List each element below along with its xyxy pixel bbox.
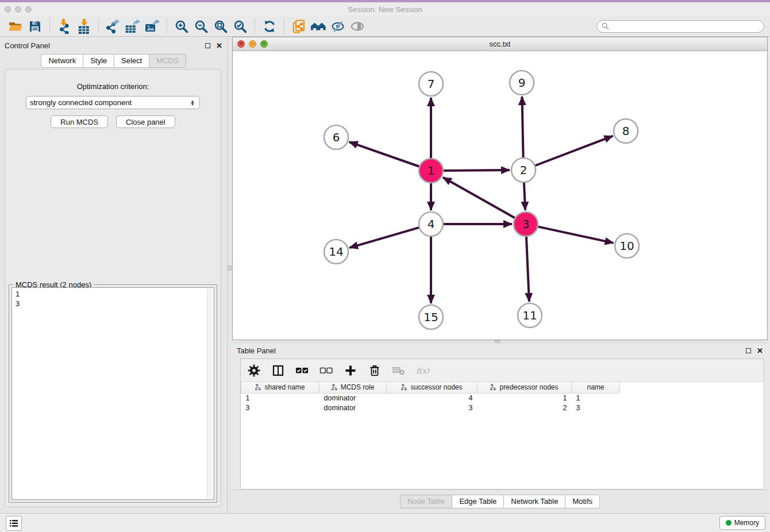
- gear-button[interactable]: [247, 363, 261, 378]
- table-float-icon[interactable]: [746, 348, 751, 353]
- network-canvas[interactable]: 7 9 6 8 1 2 4 3 14 10 15 11: [233, 51, 767, 340]
- control-panel-title: Control Panel: [5, 41, 205, 50]
- edge-1-2[interactable]: [443, 170, 510, 171]
- cell-predecessor-nodes[interactable]: 2: [478, 403, 572, 413]
- edge-4-14[interactable]: [349, 228, 419, 248]
- clone-network-button[interactable]: [289, 18, 309, 35]
- result-scrollbar[interactable]: [207, 288, 213, 499]
- export-network-button[interactable]: [103, 18, 123, 35]
- trash-button[interactable]: [367, 363, 382, 378]
- export-image-icon: [144, 19, 160, 34]
- columns-button[interactable]: [271, 363, 286, 378]
- search-input[interactable]: [612, 22, 759, 30]
- edge-2-8[interactable]: [535, 136, 613, 166]
- edge-1-6[interactable]: [349, 142, 420, 167]
- graph-node-8[interactable]: 8: [614, 119, 638, 143]
- import-table-button[interactable]: [74, 18, 94, 35]
- search-icon: [602, 22, 609, 30]
- control-tab-select[interactable]: Select: [114, 54, 149, 68]
- graph-node-15[interactable]: 15: [419, 305, 443, 329]
- vertical-splitter[interactable]: [228, 37, 232, 513]
- zoom-in-button[interactable]: [172, 18, 191, 35]
- hide-selected-button[interactable]: [328, 18, 348, 35]
- graph-node-6[interactable]: 6: [324, 125, 348, 149]
- column-header-filler: [620, 382, 764, 393]
- cell-filler: [620, 403, 764, 413]
- graph-node-3[interactable]: 3: [514, 212, 538, 236]
- save-session-button[interactable]: [25, 18, 45, 35]
- criterion-select[interactable]: strongly connected component ▲▼: [26, 96, 200, 109]
- open-session-button[interactable]: [6, 18, 25, 35]
- zoom-selected-button[interactable]: [230, 18, 250, 35]
- table-tab-node-table[interactable]: Node Table: [400, 495, 452, 508]
- zoom-selected-icon: [233, 20, 247, 33]
- close-panel-icon[interactable]: ✕: [216, 43, 222, 48]
- add-button[interactable]: [343, 363, 358, 378]
- float-panel-icon[interactable]: [205, 43, 210, 48]
- cell-shared-name[interactable]: 3: [241, 403, 319, 413]
- graph-node-11[interactable]: 11: [518, 303, 542, 327]
- column-header-shared-name[interactable]: shared name: [241, 382, 319, 393]
- export-table-button[interactable]: [123, 18, 143, 35]
- zoom-out-button[interactable]: [191, 18, 211, 35]
- home-button[interactable]: [309, 18, 328, 35]
- table-close-icon[interactable]: ✕: [757, 348, 763, 353]
- control-tab-network[interactable]: Network: [41, 54, 83, 68]
- graph-node-9[interactable]: 9: [510, 71, 534, 95]
- graph-node-14[interactable]: 14: [324, 240, 348, 264]
- refresh-icon: [263, 20, 276, 33]
- memory-button[interactable]: Memory: [719, 516, 765, 530]
- edge-2-9[interactable]: [522, 97, 523, 158]
- toolbar-separator: [255, 19, 255, 34]
- column-header-successor-nodes[interactable]: successor nodes: [387, 382, 478, 393]
- table-row[interactable]: 1dominator411: [241, 393, 764, 403]
- column-header-MCDS-role[interactable]: MCDS role: [319, 382, 387, 393]
- graph-node-4[interactable]: 4: [419, 212, 443, 236]
- network-graph[interactable]: 7 9 6 8 1 2 4 3 14 10 15 11: [233, 51, 767, 340]
- show-all-button[interactable]: [348, 18, 367, 35]
- zoom-fit-button[interactable]: [211, 18, 230, 35]
- edge-3-1[interactable]: [443, 178, 515, 218]
- refresh-button[interactable]: [260, 18, 279, 35]
- column-label: MCDS role: [341, 383, 375, 391]
- import-network-button[interactable]: [55, 18, 74, 35]
- vertical-splitter-handle[interactable]: [228, 265, 232, 271]
- table-tab-motifs[interactable]: Motifs: [565, 495, 600, 508]
- cell-successor-nodes[interactable]: 4: [387, 393, 478, 403]
- export-image-button[interactable]: [143, 18, 162, 35]
- edge-3-11[interactable]: [526, 236, 529, 302]
- cell-name[interactable]: 1: [572, 393, 620, 403]
- task-history-button[interactable]: [6, 516, 22, 531]
- export-table-icon: [125, 19, 141, 34]
- cell-successor-nodes[interactable]: 3: [387, 403, 478, 413]
- edge-3-10[interactable]: [538, 226, 614, 243]
- table-tab-edge-table[interactable]: Edge Table: [452, 495, 503, 508]
- save-session-icon: [28, 20, 42, 33]
- graph-node-10[interactable]: 10: [615, 234, 639, 258]
- control-tab-style[interactable]: Style: [83, 54, 114, 68]
- cell-MCDS-role[interactable]: dominator: [319, 403, 387, 413]
- mcds-result-textarea[interactable]: 1 3: [11, 287, 214, 500]
- cell-name[interactable]: 3: [572, 403, 620, 413]
- node-label: 4: [428, 217, 435, 231]
- cell-MCDS-role[interactable]: dominator: [319, 393, 387, 403]
- graph-node-2[interactable]: 2: [511, 158, 536, 182]
- column-header-name[interactable]: name: [572, 382, 620, 393]
- horizontal-splitter-handle[interactable]: [495, 340, 500, 343]
- table-row[interactable]: 3dominator323: [241, 403, 764, 413]
- select-all-button[interactable]: [295, 363, 310, 378]
- close-panel-button[interactable]: Close panel: [116, 115, 175, 128]
- graph-node-7[interactable]: 7: [419, 72, 443, 96]
- graph-node-1[interactable]: 1: [419, 159, 443, 183]
- node-label: 15: [424, 310, 438, 324]
- table-tab-network-table[interactable]: Network Table: [503, 495, 565, 508]
- column-header-predecessor-nodes[interactable]: predecessor nodes: [478, 382, 572, 393]
- cell-predecessor-nodes[interactable]: 1: [478, 393, 572, 403]
- control-tab-mcds[interactable]: MCDS: [149, 54, 186, 68]
- cell-shared-name[interactable]: 1: [241, 393, 319, 403]
- run-mcds-button[interactable]: Run MCDS: [51, 115, 108, 128]
- hide-selected-icon: [330, 20, 345, 33]
- deselect-all-button[interactable]: [319, 363, 334, 378]
- delete-table-button: [391, 363, 406, 378]
- edge-2-3[interactable]: [524, 182, 525, 210]
